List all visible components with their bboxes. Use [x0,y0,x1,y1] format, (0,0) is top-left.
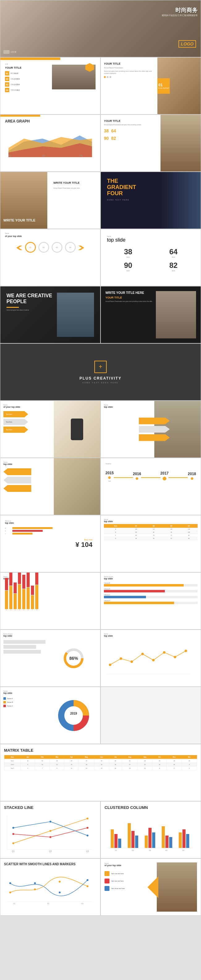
matrix-row-3: Cat 3 5 7 9 11 14 12 10 13 11 8 6 5 [4,767,197,770]
slide-content: Name of your top slide Text here Text he… [0,401,100,458]
bar-label-5: 05 [23,609,24,611]
slide-name: top slide [3,635,51,637]
slide-left: YOUR TITLE Annual Report Presentation So… [101,57,157,114]
item-num-4: 04 [5,88,9,92]
cover-overlay: 时尚商务 通用多计划总结/工作汇报/成果报告等 [162,6,198,17]
dot-o-2 [49,830,51,832]
subtitle: SOME TEXT HERE [107,199,195,201]
m-cell-3-7: 10 [109,767,122,770]
m-cell-1-2: 15 [35,759,49,763]
slide-content: SCATTER WITH SMOOTH LINES AND MARKERS 01… [0,859,100,910]
circle-label-1: 01 [29,247,32,248]
g-label-4: 04 [165,850,168,851]
m-cell-2-10: 12 [152,763,167,767]
svg-text:01: 01 [9,154,11,157]
big-num-2: 64 [152,248,195,256]
dot-1 [104,76,106,78]
slide-title: YOUR TITLE [5,66,49,69]
slide-title: YOUR TITLE [104,119,157,123]
slide-left: YOUR TITLE Annual Report Presentation te… [101,115,160,171]
bar-col-2: 02 [9,572,13,611]
legend-item-3: Series C [3,705,51,707]
arrows-overlay [139,418,170,441]
num-label-4: label [152,270,195,272]
cell-4-3: 55 [162,537,180,540]
slide-title: WRITE YOUR TITLE HERE [106,291,156,294]
m-cell-1-10: 16 [152,759,167,763]
scatter-dot-o-3 [59,881,61,883]
h-bar-row-3: Category C [104,594,198,598]
m-cell-1-4: 22 [64,759,79,763]
slide-line-dots: Name top slide [100,630,201,687]
scatter-svg: 01 02 03 [4,868,95,905]
bar-2-orange [9,586,13,609]
cover-brand: 幻灯龙 [3,50,16,54]
g4-bar2 [165,835,169,848]
slide-left: 分类 YOUR TITLE 01 开工准备期 02 工作总结图例 03 工作总结… [5,63,49,94]
slide-label: 分类 [5,63,49,65]
g3-bar2 [149,828,152,848]
list-item-2: 02 工作总结图例 [5,77,49,81]
slide-title: YOUR TITLE [104,62,154,65]
icon-shape-2 [104,878,109,883]
arrow-right-icon [16,246,22,250]
year-dot-2 [136,477,138,480]
orange-box: 01 FILL ME YOUR REPORT [157,78,170,94]
h-bar-track-3 [104,596,198,598]
slide-content: WE ARE CREATIVE PEOPLE Some text goes he… [0,286,100,343]
table-row-2: B 80 90 95 100 [104,531,198,534]
h-bar-label-1: Category A [104,582,198,584]
bar-6-orange [27,587,30,609]
slide-donut-chart: Name of your top slide 86% [0,630,100,687]
list-item-3: 03 工作总结图例 [5,82,49,87]
matrix-row-1: Cat 1 12 15 18 22 25 20 18 21 19 16 14 1… [4,759,197,763]
year-num-4: 2018 [188,472,196,476]
dot-3 [130,660,133,663]
h-bar-fill-4 [104,602,174,604]
slide-content: + PLUS CREATIVITY SOME TEXT GOES HERE [0,344,201,400]
line-chart-svg [104,640,193,677]
year-num-1: 2015 [106,471,114,475]
bar-col-3: 03 [14,582,17,611]
slide-right [157,862,197,912]
svg-text:02: 02 [43,154,46,157]
slide-name: top slide [104,635,198,637]
g2-bar1 [128,823,131,848]
slide-content: STACKED LINE Q1 Q2 [0,802,100,858]
circle-item-2: 02 [38,242,49,254]
slide-city-arrows: Name top slide [100,401,201,458]
slide-content: Name top slide [101,401,201,458]
bar-row-1: A [5,527,55,529]
slide-your-title-list: 分类 YOUR TITLE 01 开工准备期 02 工作总结图例 03 工作总结… [0,57,100,115]
r-arrow-3 [139,434,170,441]
slide-content: Name of your top slide Item one text her… [101,859,201,915]
dot-6 [163,651,165,654]
m-cell-1-1: 12 [21,759,35,763]
line-blue [13,822,87,835]
cell-2-1: 80 [127,531,145,534]
scatter-dot-b-3 [59,891,61,893]
main-title: WE ARE CREATIVE PEOPLE [6,293,57,304]
dot-o-3 [87,818,89,819]
cell-4-2: 50 [145,537,163,540]
svg-text:03: 03 [80,154,82,157]
bar-label-8: 08 [36,609,37,611]
h-bar-label-3: Category C [104,594,198,595]
slide-title: MATRIX TABLE [4,748,197,752]
num-row: 38 64 [104,128,157,133]
slide-right: 86% [51,633,97,683]
arrow-3: Text here [3,426,28,433]
slide-name: of your top slide [3,406,51,408]
slide-name: top slide [5,522,55,524]
matrix-th-nov: Nov [167,755,182,759]
legend-label-2: Series B [7,701,13,703]
g5-bar1 [179,832,182,848]
slide-title: SCATTER WITH SMOOTH LINES AND MARKERS [4,862,97,866]
legend-item-1: Series A [3,697,51,700]
phone-image [54,401,100,458]
legend-label-3: Series C [7,705,13,707]
slide-content: AREA GRAPH 01 02 03 [0,117,100,161]
matrix-table: Item Jan Feb Mar Apr May Jun Jul Aug Sep… [4,755,197,770]
h-bar-track-1 [104,584,198,587]
dot-4 [141,653,144,655]
